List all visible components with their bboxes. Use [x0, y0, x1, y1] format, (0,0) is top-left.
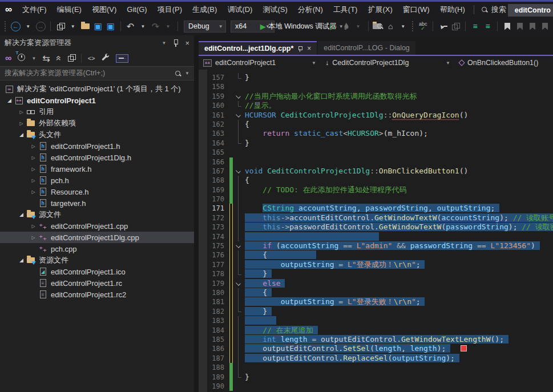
tree-item-editcontrolproject1.rc2[interactable]: ≡editControlProject1.rc2 — [0, 289, 194, 300]
code-line-186[interactable]: 186 outputEditControl.SetSel(length, len… — [199, 344, 553, 353]
show-all-code-button[interactable]: <> — [88, 55, 95, 62]
tree-item-editcontrolproject1dlg.cpp[interactable]: ▷⁺₊editControlProject1Dlg.cpp — [0, 232, 194, 243]
tree-expander[interactable]: ◢ — [17, 257, 26, 263]
hot-reload-dropdown[interactable]: ▼ — [353, 19, 364, 33]
panel-splitter[interactable] — [194, 35, 199, 392]
menu-item-4[interactable]: 项目(P) — [152, 3, 187, 16]
outlining-margin[interactable] — [233, 279, 245, 288]
outlining-margin[interactable] — [233, 167, 245, 176]
prev-bookmark-button[interactable] — [514, 19, 526, 33]
caret-navigation-button[interactable]: ▲ — [437, 19, 449, 33]
toolbar-grip[interactable] — [412, 21, 414, 31]
code-line-181[interactable]: 181 outputString = L"登录失败！\r\n"; — [199, 297, 553, 306]
tree-item-pch.cpp[interactable]: ⁺₊pch.cpp — [0, 243, 194, 254]
close-icon[interactable]: × — [185, 39, 189, 47]
outlining-margin[interactable] — [233, 92, 245, 101]
code-line-160[interactable]: 160//显示。 — [199, 101, 553, 110]
code-line-170[interactable]: 170 — [199, 195, 553, 204]
code-line-176[interactable]: 176 { — [199, 250, 553, 260]
tree-item--[interactable]: ◢源文件 — [0, 209, 194, 220]
tree-item-targetver.h[interactable]: htargetver.h — [0, 197, 194, 209]
tree-expander[interactable]: ▷ — [29, 189, 38, 195]
tree-item-resource.h[interactable]: ▷hResource.h — [0, 186, 194, 197]
next-bookmark-button[interactable] — [527, 19, 538, 33]
pending-filter-dropdown[interactable]: ▼ — [31, 56, 36, 61]
save-button[interactable]: ▣ — [92, 19, 104, 33]
collapse-all-button[interactable]: « — [54, 56, 64, 61]
tree-item--[interactable]: ▷引用 — [0, 106, 194, 118]
code-line-164[interactable]: 164} — [199, 139, 553, 148]
code-line-158[interactable]: 158 — [199, 82, 553, 91]
window-position-dropdown[interactable]: ▼ — [162, 41, 166, 46]
code-line-157[interactable]: 157} — [199, 73, 553, 82]
navigate-back-dropdown[interactable]: ▼ — [22, 19, 34, 33]
project-dropdown[interactable]: ++ editControlProject1 ▼ — [199, 56, 321, 70]
save-all-button[interactable]: ▣ — [105, 19, 116, 33]
menu-item-9[interactable]: 工具(T) — [328, 3, 363, 16]
code-line-180[interactable]: 180 { — [199, 288, 553, 297]
code-line-189[interactable]: 189} — [199, 373, 553, 382]
copy-parallel-button[interactable] — [450, 19, 461, 33]
menu-item-6[interactable]: 调试(D) — [222, 3, 257, 16]
track-active-item-button[interactable]: · — [116, 54, 129, 63]
tree-item--editcontrolproject1-1-1-[interactable]: ∞解决方案 'editControlProject1' (1 个项目，共 1 个… — [0, 83, 194, 95]
code-line-173[interactable]: 173 this->passwordEditControl.GetWindowT… — [199, 223, 553, 232]
code-line-159[interactable]: 159//当用户拖动最小化窗口时系统调用此函数取得光标 — [199, 92, 553, 101]
code-line-185[interactable]: 185 int length = outputEditControl.GetWi… — [199, 335, 553, 344]
tab-dialog-designer[interactable]: editControlP...LOG - Dialog — [318, 41, 415, 55]
tree-expander[interactable]: ◢ — [17, 132, 26, 138]
tree-item-editcontrolproject1.ico[interactable]: ◢editControlProject1.ico — [0, 266, 194, 277]
outdent-button[interactable]: ≡ — [482, 19, 493, 33]
tree-item-framework.h[interactable]: ▷hframework.h — [0, 163, 194, 175]
clear-bookmarks-button[interactable] — [539, 19, 551, 33]
start-without-debugging-button[interactable]: ▷ — [328, 19, 339, 33]
outlining-margin[interactable] — [233, 241, 245, 250]
tree-item--[interactable]: ◢头文件 — [0, 129, 194, 140]
code-line-174[interactable]: 174 — [199, 232, 553, 241]
new-project-button[interactable] — [55, 19, 66, 33]
member-dropdown[interactable]: OnBnClickedButton1() — [455, 56, 543, 70]
tree-expander[interactable]: ▷ — [29, 144, 38, 149]
window-layout-button[interactable]: ⌂ — [385, 19, 396, 33]
outlining-margin[interactable] — [233, 111, 245, 120]
code-line-178[interactable]: 178 } — [199, 269, 553, 278]
menu-item-3[interactable]: Git(G) — [122, 3, 152, 16]
code-line-190[interactable]: 190 — [199, 382, 553, 391]
code-line-184[interactable]: 184 // 在末尾追加 — [199, 326, 553, 335]
class-dropdown[interactable]: ↓ CeditControlProject1Dlg ▼ — [321, 56, 455, 70]
new-project-dropdown[interactable]: ▼ — [67, 19, 79, 33]
spell-check-button[interactable]: abc✓ — [417, 19, 429, 33]
code-line-166[interactable]: 166 — [199, 157, 553, 167]
menu-item-11[interactable]: 窗口(W) — [398, 3, 435, 16]
tree-expander[interactable]: ◢ — [17, 212, 26, 217]
tree-expander[interactable]: ▷ — [17, 121, 26, 126]
sync-with-active-document-button[interactable]: ⇆ — [42, 53, 50, 64]
hot-reload-button[interactable] — [340, 19, 352, 33]
menu-item-12[interactable]: 帮助(H) — [435, 3, 470, 16]
toolbar-grip[interactable] — [5, 21, 6, 31]
code-line-183[interactable]: 183 — [199, 316, 553, 325]
indent-button[interactable]: ≡ — [469, 19, 481, 33]
navigate-forward-button[interactable]: → — [35, 19, 46, 33]
code-line-168[interactable]: 168{ — [199, 176, 553, 185]
find-in-files-button[interactable] — [372, 19, 384, 33]
tree-expander[interactable]: ▷ — [17, 110, 26, 115]
tree-expander[interactable]: ▷ — [29, 224, 38, 229]
tab-editcontrolproject1dlg-cpp[interactable]: editControl...ject1Dlg.cpp* × — [199, 41, 317, 55]
window-layout-dropdown[interactable]: ▼ — [397, 19, 409, 33]
navigate-back-button[interactable]: ← — [10, 19, 21, 33]
code-line-167[interactable]: 167void CeditControlProject1Dlg::OnBnCli… — [199, 167, 553, 176]
start-debugging-button[interactable]: ▶ 本地 Windows 调试器 ▼ — [277, 19, 326, 33]
redo-button[interactable]: ↷ — [150, 19, 161, 33]
code-editor[interactable]: 157}158159//当用户拖动最小化窗口时系统调用此函数取得光标160//显… — [199, 70, 553, 392]
code-line-172[interactable]: 172 this->accountEditControl.GetWindowTe… — [199, 213, 553, 223]
preview-selected-items-button[interactable] — [68, 53, 75, 63]
code-line-175[interactable]: 175 if (accountString == L"admin" && pas… — [199, 241, 553, 250]
tree-item--[interactable]: ◢资源文件 — [0, 254, 194, 266]
properties-button[interactable] — [102, 53, 110, 63]
menu-item-7[interactable]: 测试(S) — [257, 3, 292, 16]
code-line-171[interactable]: 171 CString accountString, passwordStrin… — [199, 204, 553, 213]
pin-icon[interactable] — [298, 46, 302, 52]
undo-dropdown[interactable]: ▼ — [137, 19, 148, 33]
tree-item-editcontrolproject1.rc[interactable]: ≡editControlProject1.rc — [0, 277, 194, 289]
